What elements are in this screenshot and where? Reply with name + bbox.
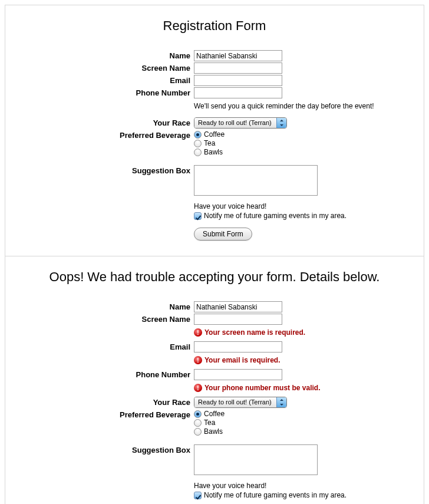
label-name: Name <box>17 301 194 311</box>
suggestion-helper-text: Have your voice heard! <box>194 202 412 210</box>
beverage-radio-coffee[interactable] <box>194 131 202 139</box>
notify-label: Notify me of future gaming events in my … <box>204 491 346 499</box>
label-screen-name: Screen Name <box>17 62 194 73</box>
label-phone: Phone Number <box>17 369 194 379</box>
label-suggestion: Suggestion Box <box>17 444 194 454</box>
screen-name-input[interactable] <box>194 62 282 74</box>
form: Name Screen Name ! Your screen name is r… <box>17 301 412 504</box>
label-phone: Phone Number <box>17 87 194 97</box>
beverage-option-label: Coffee <box>204 410 225 418</box>
error-text: Your email is required. <box>204 356 280 364</box>
error-message: ! Your phone number must be valid. <box>194 384 412 392</box>
email-input[interactable] <box>194 341 282 353</box>
alert-icon: ! <box>194 384 202 392</box>
submit-button[interactable]: Submit Form <box>194 228 252 241</box>
beverage-radio-bawls[interactable] <box>194 149 202 156</box>
alert-icon: ! <box>194 328 202 337</box>
suggestion-helper-text: Have your voice heard! <box>194 482 412 490</box>
beverage-option-label: Coffee <box>204 130 225 139</box>
label-race: Your Race <box>17 117 194 127</box>
label-screen-name: Screen Name <box>17 314 194 324</box>
error-text: Your phone number must be valid. <box>204 384 320 392</box>
email-input[interactable] <box>194 75 282 86</box>
race-select[interactable]: Ready to roll out! (Terran) <box>194 397 287 408</box>
race-select-value: Ready to roll out! (Terran) <box>194 118 276 128</box>
label-suggestion: Suggestion Box <box>17 165 194 175</box>
page-title: Oops! We had trouble accepting your form… <box>17 269 412 285</box>
registration-panel-error: Oops! We had trouble accepting your form… <box>5 256 424 504</box>
notify-label: Notify me of future gaming events in my … <box>204 212 346 220</box>
label-race: Your Race <box>17 397 194 407</box>
beverage-radio-coffee[interactable] <box>194 410 202 418</box>
updown-arrows-icon <box>276 397 286 407</box>
beverage-radio-bawls[interactable] <box>194 428 202 436</box>
updown-arrows-icon <box>276 118 286 128</box>
error-message: ! Your email is required. <box>194 356 412 364</box>
notify-checkbox[interactable] <box>194 212 202 220</box>
label-beverage: Preferred Beverage <box>17 130 194 140</box>
phone-input[interactable] <box>194 369 282 380</box>
race-select[interactable]: Ready to roll out! (Terran) <box>194 117 287 129</box>
alert-icon: ! <box>194 356 202 364</box>
label-name: Name <box>17 50 194 60</box>
registration-panel: Registration Form Name Screen Name Email… <box>5 5 424 256</box>
beverage-option-label: Bawls <box>204 148 223 156</box>
screen-name-input[interactable] <box>194 314 282 325</box>
beverage-radio-tea[interactable] <box>194 419 202 427</box>
phone-input[interactable] <box>194 87 282 98</box>
label-email: Email <box>17 75 194 85</box>
label-beverage: Preferred Beverage <box>17 409 194 419</box>
beverage-radio-tea[interactable] <box>194 140 202 147</box>
suggestion-textarea[interactable] <box>194 444 318 475</box>
beverage-option-label: Tea <box>204 419 215 427</box>
phone-helper-text: We'll send you a quick reminder the day … <box>194 102 412 110</box>
label-email: Email <box>17 341 194 351</box>
notify-checkbox[interactable] <box>194 492 202 499</box>
name-input[interactable] <box>194 50 282 61</box>
error-text: Your screen name is required. <box>204 328 305 337</box>
error-message: ! Your screen name is required. <box>194 328 412 337</box>
race-select-value: Ready to roll out! (Terran) <box>194 397 276 407</box>
suggestion-textarea[interactable] <box>194 165 318 196</box>
name-input[interactable] <box>194 301 282 312</box>
beverage-option-label: Bawls <box>204 427 223 436</box>
beverage-option-label: Tea <box>204 139 215 147</box>
form: Name Screen Name Email Phone Number We'l… <box>17 50 412 241</box>
page-title: Registration Form <box>17 18 412 34</box>
